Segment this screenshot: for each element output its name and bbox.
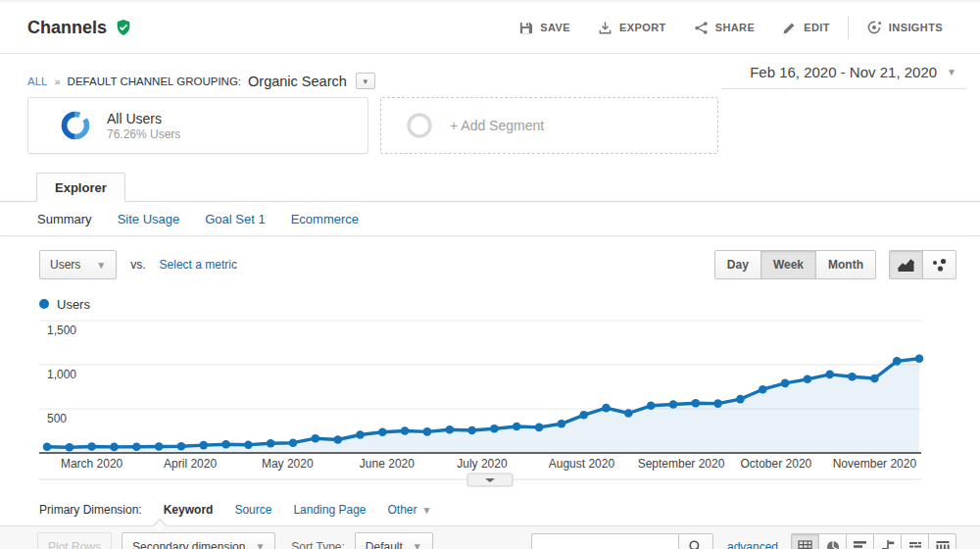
motion-chart-icon — [931, 258, 948, 273]
users-legend-label: Users — [57, 297, 90, 312]
chart-type-toggle — [890, 250, 956, 279]
advanced-search-link[interactable]: advanced — [727, 540, 778, 549]
save-label: SAVE — [540, 22, 570, 33]
channel-grouping-dropdown[interactable]: ▾ — [356, 73, 375, 89]
metric-selector-caret-icon: ▼ — [96, 260, 106, 271]
comparison-view-button[interactable] — [873, 533, 902, 549]
segment-title: All Users — [107, 110, 180, 128]
primary-dimension-other[interactable]: Other ▼ — [388, 503, 432, 517]
metric-selector-dropdown[interactable]: Users ▼ — [39, 250, 117, 279]
percentage-view-button[interactable] — [818, 533, 847, 549]
bar-chart-icon — [854, 540, 867, 549]
table-toolbar: Plot Rows Secondary dimension ▼ Sort Typ… — [0, 525, 980, 549]
metric-selector-label: Users — [50, 258, 80, 272]
date-range-picker[interactable]: Feb 16, 2020 - Nov 21, 2020 ▼ — [721, 62, 966, 89]
breadcrumb-all-link[interactable]: ALL — [27, 75, 47, 87]
line-chart-type-button[interactable] — [889, 250, 923, 279]
breadcrumb-separator: » — [54, 75, 60, 87]
primary-dimension-source[interactable]: Source — [234, 503, 271, 517]
segment-donut-icon — [60, 110, 91, 141]
granularity-week-button[interactable]: Week — [760, 250, 816, 279]
breadcrumb-row: ALL » DEFAULT CHANNEL GROUPING: Organic … — [0, 54, 980, 91]
granularity-toggle: Day Week Month — [715, 250, 876, 279]
header-divider — [848, 16, 849, 39]
svg-text:September 2020: September 2020 — [638, 457, 725, 471]
primary-dimension-landing-page[interactable]: Landing Page — [293, 503, 366, 517]
add-segment-label: + Add Segment — [450, 118, 544, 133]
subnav-goal-set-1[interactable]: Goal Set 1 — [205, 212, 265, 226]
pie-chart-icon — [826, 540, 840, 549]
granularity-day-button[interactable]: Day — [714, 250, 761, 279]
chart-canvas: 5001,0001,500March 2020April 2020May 202… — [0, 313, 980, 493]
insights-label: INSIGHTS — [889, 22, 943, 33]
sort-type-caret-icon: ▼ — [413, 541, 422, 549]
svg-text:1,500: 1,500 — [47, 324, 76, 337]
users-over-time-chart[interactable]: 5001,0001,500March 2020April 2020May 202… — [0, 313, 980, 493]
share-icon — [694, 21, 709, 35]
header-actions: SAVE EXPORT SHARE EDIT INSIGHTS — [505, 16, 956, 39]
edit-button[interactable]: EDIT — [768, 21, 844, 35]
svg-text:August 2020: August 2020 — [549, 457, 615, 471]
tab-explorer[interactable]: Explorer — [36, 173, 125, 202]
subnav-site-usage[interactable]: Site Usage — [118, 212, 180, 226]
line-chart-icon — [897, 258, 915, 273]
metric-controls: Users ▼ vs. Select a metric Day Week Mon… — [0, 236, 980, 287]
primary-dimension-label: Primary Dimension: — [39, 503, 142, 517]
select-a-metric-link[interactable]: Select a metric — [160, 258, 237, 272]
table-search-button[interactable] — [678, 533, 713, 549]
table-grid-icon — [798, 540, 812, 549]
segments-row: All Users 76.26% Users + Add Segment — [0, 91, 980, 168]
verified-shield-icon — [115, 19, 132, 36]
share-label: SHARE — [715, 22, 756, 33]
share-button[interactable]: SHARE — [680, 21, 769, 35]
svg-text:November 2020: November 2020 — [833, 457, 917, 471]
sort-type-dropdown[interactable]: Default ▼ — [355, 532, 433, 549]
primary-dimension-keyword[interactable]: Keyword — [164, 503, 214, 517]
svg-text:March 2020: March 2020 — [61, 457, 123, 471]
table-search-input[interactable] — [531, 533, 678, 549]
motion-chart-type-button[interactable] — [922, 250, 956, 279]
term-cloud-view-button[interactable] — [901, 533, 929, 549]
sort-type-value: Default — [366, 540, 403, 549]
subnav-summary[interactable]: Summary — [37, 212, 92, 226]
svg-text:April 2020: April 2020 — [164, 457, 217, 471]
add-segment-button[interactable]: + Add Segment — [380, 97, 718, 154]
channel-grouping-value: Organic Search — [248, 74, 347, 89]
svg-text:July 2020: July 2020 — [457, 457, 508, 471]
svg-text:500: 500 — [47, 412, 67, 425]
chart-legend: Users — [0, 287, 980, 313]
insights-button[interactable]: INSIGHTS — [853, 20, 956, 35]
explorer-tab-bar: Explorer — [0, 172, 980, 202]
page-title: Channels — [27, 18, 132, 38]
segment-all-users[interactable]: All Users 76.26% Users — [27, 97, 368, 154]
secondary-dimension-label: Secondary dimension — [132, 540, 245, 549]
subnav-ecommerce[interactable]: Ecommerce — [291, 212, 359, 226]
table-view-button[interactable] — [791, 533, 819, 549]
term-cloud-icon — [908, 540, 922, 549]
edit-label: EDIT — [804, 22, 830, 33]
svg-text:1,000: 1,000 — [47, 368, 76, 381]
granularity-month-button[interactable]: Month — [815, 250, 876, 279]
users-legend-dot-icon — [39, 299, 49, 309]
pivot-view-button[interactable] — [928, 533, 956, 549]
pivot-table-icon — [936, 540, 950, 549]
performance-view-button[interactable] — [846, 533, 874, 549]
export-button[interactable]: EXPORT — [584, 21, 680, 35]
comparison-icon — [881, 540, 895, 549]
edit-icon — [782, 21, 797, 35]
insights-icon — [866, 20, 882, 35]
save-icon — [518, 21, 533, 35]
plot-rows-button[interactable]: Plot Rows — [37, 532, 112, 549]
primary-dimension-row: Primary Dimension: Keyword Source Landin… — [0, 493, 980, 525]
channel-grouping-label: DEFAULT CHANNEL GROUPING: — [68, 75, 241, 87]
date-range-caret-icon: ▼ — [947, 67, 956, 77]
date-range-text: Feb 16, 2020 - Nov 21, 2020 — [750, 64, 937, 80]
other-caret-icon: ▼ — [422, 505, 432, 516]
secondary-dimension-dropdown[interactable]: Secondary dimension ▼ — [122, 532, 275, 549]
table-view-toggle — [792, 533, 956, 549]
svg-text:June 2020: June 2020 — [360, 457, 415, 471]
report-subnav: Summary Site Usage Goal Set 1 Ecommerce — [0, 202, 980, 236]
segment-subtitle: 76.26% Users — [107, 127, 180, 141]
save-button[interactable]: SAVE — [505, 21, 584, 35]
svg-text:May 2020: May 2020 — [262, 457, 314, 471]
